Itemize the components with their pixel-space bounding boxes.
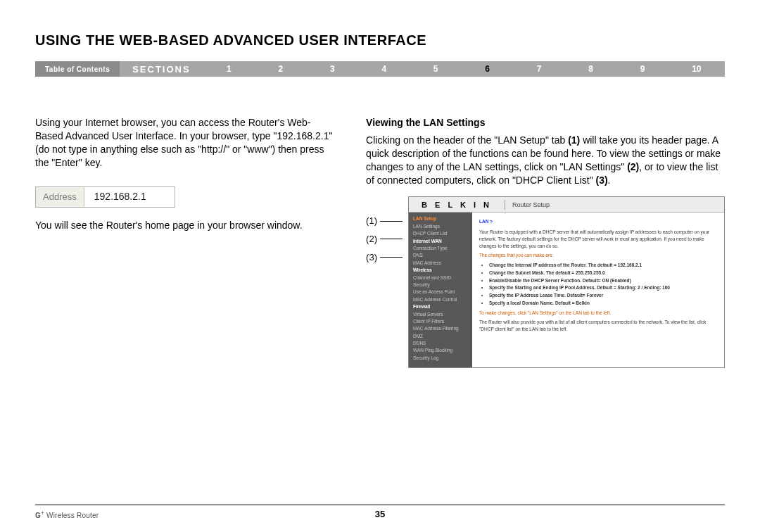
sidebar-wan-ping[interactable]: WAN Ping Blocking <box>413 347 468 354</box>
address-label: Address <box>36 187 84 207</box>
nav-section-1[interactable]: 1 <box>227 64 232 74</box>
change-item: Enable/Disable the DHCP Server Function.… <box>489 277 717 284</box>
nav-toc[interactable]: Table of Contents <box>35 61 120 77</box>
sidebar-dmz[interactable]: DMZ <box>413 333 468 340</box>
callout-2: (2) <box>366 233 377 246</box>
nav-section-10[interactable]: 10 <box>692 64 701 74</box>
sidebar-mac-filtering[interactable]: MAC Address Filtering <box>413 325 468 332</box>
left-column: Using your Internet browser, you can acc… <box>35 116 338 368</box>
nav-section-numbers: 1 2 3 4 5 6 7 8 9 10 <box>203 61 725 77</box>
page-number: 35 <box>375 509 385 519</box>
sidebar-dns[interactable]: DNS <box>413 252 468 259</box>
nav-section-8[interactable]: 8 <box>588 64 593 74</box>
screenshot-with-callouts: (1) (2) (3) B E L K I N Router Setup LAN… <box>366 196 725 368</box>
router-main: LAN > Your Router is equipped with a DHC… <box>472 213 724 367</box>
sidebar-dhcp-client[interactable]: DHCP Client List <box>413 230 468 237</box>
product-name: G+ Wireless Router <box>35 509 99 519</box>
apply-note: To make changes, click "LAN Settings" on… <box>479 310 717 317</box>
callout-column: (1) (2) (3) <box>366 196 403 368</box>
sidebar-lan-settings[interactable]: LAN Settings <box>413 223 468 230</box>
sidebar-security-log[interactable]: Security Log <box>413 355 468 362</box>
intro-paragraph: Using your Internet browser, you can acc… <box>35 116 338 170</box>
callout-1: (1) <box>366 215 377 227</box>
nav-sections-label: SECTIONS <box>120 61 203 77</box>
nav-section-6[interactable]: 6 <box>485 64 490 74</box>
client-list-note: The Router will also provide you with a … <box>479 319 717 333</box>
change-item: Specify the IP Address Lease Time. Defau… <box>489 292 717 299</box>
sidebar-internet-wan[interactable]: Internet WAN <box>413 238 468 245</box>
nav-section-5[interactable]: 5 <box>433 64 438 74</box>
brand-logo: B E L K I N <box>409 200 505 210</box>
breadcrumb[interactable]: LAN > <box>479 218 717 225</box>
sidebar-virtual-servers[interactable]: Virtual Servers <box>413 311 468 318</box>
page-title: USING THE WEB-BASED ADVANCED USER INTERF… <box>35 32 725 49</box>
address-value[interactable]: 192.168.2.1 <box>84 187 175 207</box>
sidebar-firewall[interactable]: Firewall <box>413 303 468 310</box>
router-sidebar: LAN Setup LAN Settings DHCP Client List … <box>409 213 472 367</box>
sidebar-channel-ssid[interactable]: Channel and SSID <box>413 274 468 281</box>
nav-section-4[interactable]: 4 <box>381 64 386 74</box>
sidebar-mac-address[interactable]: MAC Address <box>413 260 468 267</box>
change-item: Change the Internal IP address of the Ro… <box>489 262 717 269</box>
nav-section-9[interactable]: 9 <box>640 64 645 74</box>
nav-section-7[interactable]: 7 <box>537 64 542 74</box>
lan-heading: Viewing the LAN Settings <box>366 116 725 129</box>
section-nav: Table of Contents SECTIONS 1 2 3 4 5 6 7… <box>35 61 725 77</box>
sidebar-client-filters[interactable]: Client IP Filters <box>413 318 468 325</box>
right-column: Viewing the LAN Settings Clicking on the… <box>366 116 725 368</box>
change-item: Specify the Starting and Ending IP Pool … <box>489 284 717 291</box>
changes-header: The changes that you can make are: <box>479 252 717 259</box>
homepage-note: You will see the Router's home page in y… <box>35 219 338 232</box>
sidebar-conn-type[interactable]: Connection Type <box>413 245 468 252</box>
nav-section-2[interactable]: 2 <box>279 64 284 74</box>
sidebar-wireless[interactable]: Wireless <box>413 267 468 274</box>
lan-paragraph: Clicking on the header of the "LAN Setup… <box>366 134 725 187</box>
change-item: Change the Subnet Mask. The default = 25… <box>489 270 717 277</box>
changes-list: Change the Internal IP address of the Ro… <box>479 262 717 307</box>
callout-3: (3) <box>366 251 377 264</box>
change-item: Specify a local Domain Name. Default = B… <box>489 300 717 307</box>
router-intro: Your Router is equipped with a DHCP serv… <box>479 229 717 249</box>
sidebar-use-ap[interactable]: Use as Access Point <box>413 289 468 296</box>
sidebar-lan-setup[interactable]: LAN Setup <box>413 215 468 222</box>
page-footer: G+ Wireless Router 35 <box>35 505 725 519</box>
address-bar: Address 192.168.2.1 <box>35 186 175 208</box>
nav-section-3[interactable]: 3 <box>330 64 335 74</box>
router-setup-label: Router Setup <box>512 201 550 209</box>
sidebar-mac-ctrl[interactable]: MAC Address Control <box>413 296 468 303</box>
sidebar-ddns[interactable]: DDNS <box>413 340 468 347</box>
router-screenshot: B E L K I N Router Setup LAN Setup LAN S… <box>408 196 725 368</box>
sidebar-security[interactable]: Security <box>413 281 468 289</box>
